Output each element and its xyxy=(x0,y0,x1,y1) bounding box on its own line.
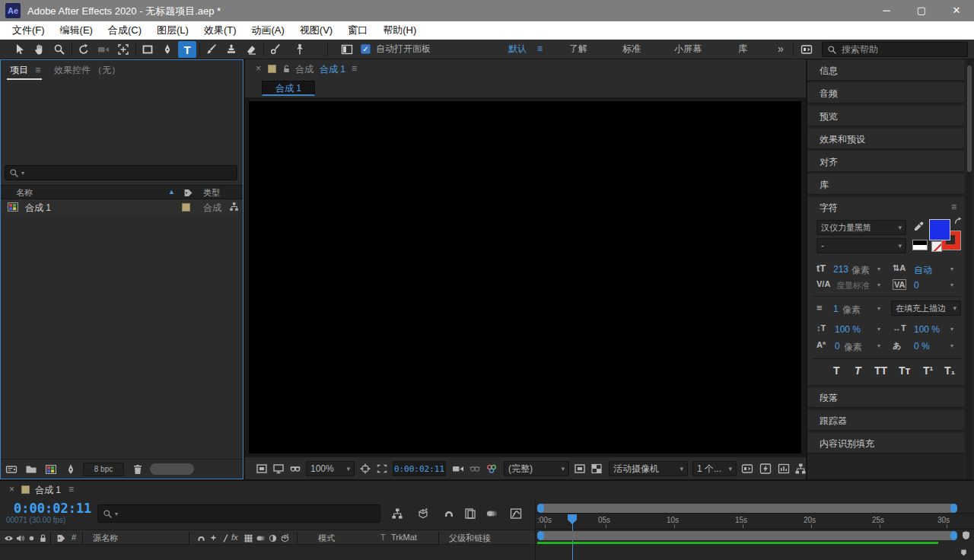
new-composition-icon[interactable] xyxy=(45,463,57,476)
clone-stamp-tool-icon[interactable] xyxy=(222,41,240,58)
menu-composition[interactable]: 合成(C) xyxy=(100,21,149,40)
faux-italic-button[interactable]: T xyxy=(855,364,861,377)
sort-ascending-icon[interactable]: ▲ xyxy=(168,188,175,196)
maximize-button[interactable]: ▢ xyxy=(904,0,939,21)
show-snapshot-icon[interactable] xyxy=(469,463,481,475)
workspace-tab-learn[interactable]: 了解 xyxy=(569,40,587,59)
timeline-panel-menu-icon[interactable]: ≡ xyxy=(68,484,74,495)
minimize-button[interactable]: ─ xyxy=(869,0,904,21)
font-family-dropdown[interactable]: 汉仪力量黑简▾ xyxy=(816,220,906,235)
sidebar-scrollbar[interactable] xyxy=(966,59,972,479)
zoom-tool-icon[interactable] xyxy=(50,41,68,58)
viewer-comp-name[interactable]: 合成 1 xyxy=(320,63,345,76)
active-camera-dropdown[interactable]: 活动摄像机▾ xyxy=(609,461,688,476)
mode-column[interactable]: 模式 xyxy=(318,533,335,544)
share-view-icon[interactable] xyxy=(741,463,753,475)
work-area-end-handle[interactable] xyxy=(950,531,957,540)
timeline-comp-swatch[interactable] xyxy=(21,485,30,494)
panel-tab-paragraph[interactable]: 段落 xyxy=(807,387,964,409)
viewer-timecode[interactable]: 0:00:02:11 xyxy=(393,461,446,476)
auto-open-panels-checkbox[interactable]: ✓ xyxy=(361,44,371,54)
hand-tool-icon[interactable] xyxy=(30,41,49,58)
timeline-tab-close-icon[interactable]: × xyxy=(9,484,14,495)
no-color-chip[interactable] xyxy=(931,241,942,252)
eraser-tool-icon[interactable] xyxy=(242,41,260,58)
time-ruler[interactable]: :00s 05s 10s 15s 20s 25s 30s xyxy=(536,513,974,530)
timeline-navigator-bar[interactable] xyxy=(537,504,957,513)
project-settings-icon[interactable] xyxy=(65,463,77,476)
workspace-tab-libraries[interactable]: 库 xyxy=(738,40,747,59)
workspace-tab-small-screen[interactable]: 小屏幕 xyxy=(674,40,702,59)
menu-file[interactable]: 文件(F) xyxy=(5,21,53,40)
comp-label-swatch[interactable] xyxy=(268,65,276,73)
faux-bold-button[interactable]: T xyxy=(833,364,840,377)
parent-link-column[interactable]: 父级和链接 xyxy=(449,533,491,544)
flowchart-mini-icon[interactable] xyxy=(229,202,239,212)
lock-icon[interactable] xyxy=(282,64,291,74)
shy-layers-icon[interactable] xyxy=(443,508,455,520)
frame-blending-icon[interactable] xyxy=(464,508,476,520)
camera-tool-icon[interactable] xyxy=(94,41,113,58)
help-search-input[interactable]: 搜索帮助 xyxy=(822,42,968,57)
superscript-button[interactable]: T¹ xyxy=(923,364,933,377)
source-name-column[interactable]: 源名称 xyxy=(93,533,118,544)
comp-marker-bin-icon[interactable] xyxy=(961,530,971,540)
tracking-value[interactable]: 0 xyxy=(914,280,919,291)
fill-color-swatch[interactable] xyxy=(929,219,950,240)
close-button[interactable]: ✕ xyxy=(939,0,974,21)
comp-subtab[interactable]: 合成 1 xyxy=(262,81,315,96)
project-item-name[interactable]: 合成 1 xyxy=(25,202,51,215)
menu-window[interactable]: 窗口 xyxy=(340,21,375,40)
roto-brush-tool-icon[interactable] xyxy=(266,41,285,58)
mini-flowchart-icon[interactable] xyxy=(794,463,807,475)
baseline-shift-value[interactable]: 0 xyxy=(835,341,840,352)
interpret-footage-icon[interactable] xyxy=(5,463,18,476)
column-type[interactable]: 类型 xyxy=(203,187,220,199)
panel-tab-effects-presets[interactable]: 效果和预设 xyxy=(807,129,964,150)
motion-blur-switch-icon[interactable] xyxy=(244,533,253,543)
font-size-value[interactable]: 213 xyxy=(833,264,848,275)
workspace-menu-icon[interactable]: ≡ xyxy=(537,40,543,59)
small-caps-button[interactable]: Tᴛ xyxy=(899,364,910,377)
menu-layer[interactable]: 图层(L) xyxy=(149,21,196,40)
panel-toggle-icon[interactable] xyxy=(338,41,356,58)
pan-behind-tool-icon[interactable] xyxy=(114,41,132,58)
column-name[interactable]: 名称 xyxy=(16,187,33,199)
puppet-pin-tool-icon[interactable] xyxy=(291,41,309,58)
lock-column-icon[interactable] xyxy=(38,533,48,543)
show-channel-icon[interactable] xyxy=(485,463,498,475)
panel-tab-align[interactable]: 对齐 xyxy=(807,151,964,173)
trkmat-column[interactable]: TrkMat xyxy=(391,533,417,542)
exposure-histogram-icon[interactable] xyxy=(778,463,790,475)
view-count-dropdown[interactable]: 1 个...▾ xyxy=(692,461,737,476)
sidebar-scrollbar-thumb[interactable] xyxy=(967,65,972,172)
leading-dropdown-arrow[interactable]: ▾ xyxy=(950,266,953,272)
menu-help[interactable]: 帮助(H) xyxy=(375,21,424,40)
tab-project[interactable]: 项目 ≡ xyxy=(10,64,40,77)
frame-blend-switch-icon[interactable] xyxy=(221,533,231,543)
eyedropper-icon[interactable] xyxy=(912,221,925,233)
label-color-swatch[interactable] xyxy=(182,203,190,212)
tsume-value[interactable]: 0 % xyxy=(914,341,930,352)
magnification-dropdown[interactable]: 100%▾ xyxy=(306,461,355,476)
timeline-current-timecode[interactable]: 0:00:02:11 xyxy=(14,501,91,516)
bit-depth-button[interactable]: 8 bpc xyxy=(83,463,124,476)
project-search-input[interactable]: ▾ xyxy=(5,165,237,180)
resolution-dropdown[interactable]: (完整)▾ xyxy=(504,461,569,476)
3d-layer-switch-icon[interactable] xyxy=(280,533,290,543)
mini-flowchart-icon[interactable] xyxy=(391,508,403,520)
timeline-tab-label[interactable]: 合成 1 xyxy=(35,484,61,497)
panel-tab-tracker[interactable]: 跟踪器 xyxy=(807,410,964,431)
type-tool-icon[interactable]: T xyxy=(178,41,196,58)
grid-guides-icon[interactable] xyxy=(359,463,371,475)
menu-effect[interactable]: 效果(T) xyxy=(196,21,244,40)
font-size-dropdown-arrow[interactable]: ▾ xyxy=(877,266,880,272)
workspace-tab-standard[interactable]: 标准 xyxy=(622,40,641,59)
rectangle-tool-icon[interactable] xyxy=(138,41,157,58)
stroke-width-dropdown-arrow[interactable]: ▾ xyxy=(877,305,880,312)
quality-switch-icon[interactable] xyxy=(196,533,206,543)
vertical-scale-value[interactable]: 100 % xyxy=(835,324,861,335)
fast-previews-icon[interactable] xyxy=(759,463,772,475)
new-folder-icon[interactable] xyxy=(25,463,37,476)
font-style-dropdown[interactable]: -▾ xyxy=(816,238,906,253)
